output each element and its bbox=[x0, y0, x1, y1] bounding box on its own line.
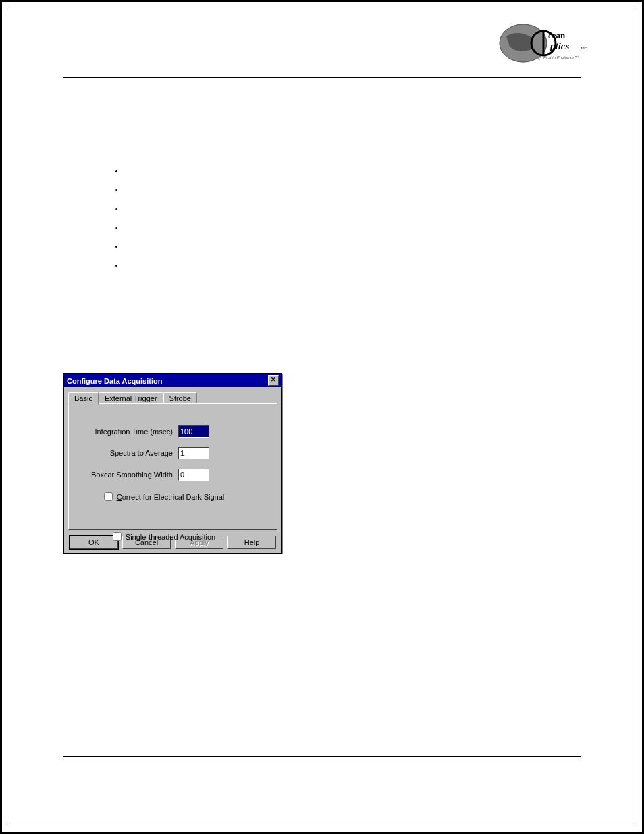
divider-top bbox=[63, 77, 581, 78]
integration-label: Integration Time (msec) bbox=[95, 427, 173, 436]
boxcar-label: Boxcar Smoothing Width bbox=[91, 471, 173, 479]
correct-dark-label: CCorrect for Electrical Dark Signalorrec… bbox=[117, 493, 225, 501]
list-item bbox=[124, 242, 581, 250]
average-row: Spectra to Average bbox=[69, 447, 209, 459]
correct-dark-checkbox[interactable] bbox=[104, 492, 113, 501]
page-inner: cean ptics Inc. First in Photonics™ Conf… bbox=[9, 9, 635, 825]
single-thread-checkbox[interactable] bbox=[113, 532, 122, 541]
close-icon[interactable]: ✕ bbox=[268, 375, 279, 386]
svg-text:Inc.: Inc. bbox=[580, 45, 588, 51]
single-thread-row: Single-threaded Acquisition bbox=[69, 530, 257, 543]
tab-basic[interactable]: Basic bbox=[68, 392, 99, 405]
brand-logo: cean ptics Inc. First in Photonics™ bbox=[493, 20, 594, 70]
tab-row: Basic External Trigger Strobe bbox=[68, 392, 277, 404]
boxcar-input[interactable] bbox=[178, 469, 209, 481]
correct-dark-row: CCorrect for Electrical Dark Signalorrec… bbox=[69, 490, 257, 503]
page-frame: cean ptics Inc. First in Photonics™ Conf… bbox=[0, 0, 644, 834]
svg-text:ptics: ptics bbox=[549, 41, 569, 51]
integration-row: Integration Time (msec) bbox=[69, 425, 209, 438]
list-item bbox=[124, 223, 581, 231]
list-item bbox=[124, 204, 581, 212]
boxcar-row: Boxcar Smoothing Width bbox=[69, 469, 209, 481]
tab-panel: Integration Time (msec) Spectra to Avera… bbox=[68, 403, 277, 530]
list-item bbox=[124, 166, 581, 174]
dialog-body: Basic External Trigger Strobe Integratio… bbox=[64, 387, 281, 553]
single-thread-label: Single-threaded Acquisition bbox=[126, 533, 215, 541]
divider-bottom bbox=[63, 756, 581, 757]
svg-text:cean: cean bbox=[548, 30, 566, 41]
integration-input[interactable] bbox=[178, 425, 209, 438]
tab-external-trigger[interactable]: External Trigger bbox=[99, 392, 163, 404]
svg-text:First in Photonics™: First in Photonics™ bbox=[543, 55, 579, 59]
configure-dialog: Configure Data Acquisition ✕ Basic Exter… bbox=[63, 373, 282, 554]
average-input[interactable] bbox=[178, 447, 209, 459]
list-item bbox=[124, 185, 581, 193]
average-label: Spectra to Average bbox=[110, 449, 173, 457]
dialog-titlebar[interactable]: Configure Data Acquisition ✕ bbox=[64, 374, 281, 387]
dialog-title: Configure Data Acquisition bbox=[67, 377, 162, 385]
tab-strobe[interactable]: Strobe bbox=[163, 392, 197, 404]
list-item bbox=[124, 261, 581, 269]
bullet-list bbox=[97, 166, 581, 269]
